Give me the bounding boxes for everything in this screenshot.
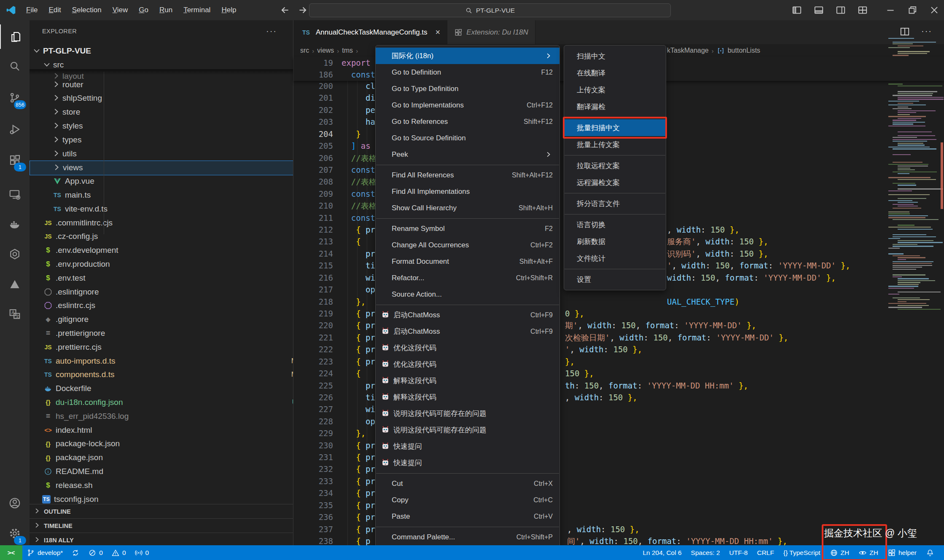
menu-item-语言切换[interactable]: 语言切换 [564, 216, 666, 233]
menu-item-Show-Call-Hierarchy[interactable]: Show Call HierarchyShift+Alt+H [376, 200, 559, 216]
menu-item-翻译漏检[interactable]: 翻译漏检 [564, 98, 666, 115]
code-line-214[interactable]: pr [366, 248, 375, 260]
menu-item-解释这段代码[interactable]: 解释这段代码 [376, 372, 559, 389]
tree-item--env-development[interactable]: $.env.development [30, 244, 293, 257]
code-line-219[interactable]: { pr [356, 308, 375, 319]
section-timeline[interactable]: TIMELINE [30, 518, 293, 533]
tree-item-store[interactable]: store [30, 105, 293, 119]
section-i18n-ally[interactable]: I18N ALLY [30, 533, 293, 545]
toggle-sidebar-icon[interactable] [791, 5, 802, 16]
menu-item-启动ChatMoss[interactable]: 启动ChatMossCtrl+F9 [376, 307, 559, 323]
tree-item-main-ts[interactable]: TSmain.ts [30, 188, 293, 202]
menu-item-Go-to-References[interactable]: Go to ReferencesShift+F12 [376, 113, 559, 130]
menu-item-Find-All-References[interactable]: Find All ReferencesShift+Alt+F12 [376, 167, 559, 183]
breadcrumb-trail[interactable]: kTaskManage [667, 47, 709, 54]
tree-item-types[interactable]: types [30, 133, 293, 147]
tab-annualchecktaskmanageconfig-ts[interactable]: TSAnnualCheckTaskManageConfig.ts× [293, 20, 447, 44]
code-line-216[interactable]: wi [366, 272, 375, 284]
titlebar-menu-file[interactable]: File [21, 6, 43, 14]
tree-item-vite-env-d-ts[interactable]: TSvite-env.d.ts [30, 202, 293, 216]
menu-item-Copy[interactable]: CopyCtrl+C [376, 492, 559, 508]
menu-item-拆分语言文件[interactable]: 拆分语言文件 [564, 195, 666, 212]
tree-item-views[interactable]: views [30, 161, 293, 175]
tree-item-release-sh[interactable]: $release.sh [30, 478, 293, 492]
code-line-212[interactable]: { pr [356, 224, 375, 236]
activity-chatgpt[interactable] [0, 242, 30, 266]
code-line-237[interactable]: { pr [356, 523, 375, 535]
tree-item-dockerfile[interactable]: Dockerfile [30, 382, 293, 396]
tree-item--env-production[interactable]: $.env.production [30, 257, 293, 271]
close-tab-icon[interactable]: × [436, 27, 441, 37]
titlebar-menu-terminal[interactable]: Terminal [178, 6, 216, 14]
status-warnings[interactable]: 0 [107, 545, 130, 560]
nav-back-icon[interactable] [280, 5, 290, 16]
breadcrumb-item[interactable]: views [317, 47, 334, 54]
tree-item-shlpsetting[interactable]: shlpSetting [30, 91, 293, 105]
menu-item-刷新数据[interactable]: 刷新数据 [564, 233, 666, 250]
code-line-215[interactable]: ti [366, 260, 375, 271]
code-line-202[interactable]: pe [366, 104, 375, 116]
toggle-secondary-sidebar-icon[interactable] [835, 5, 846, 16]
tree-item-package-lock-json[interactable]: {}package-lock.json [30, 437, 293, 451]
menu-item-Paste[interactable]: PasteCtrl+V [376, 508, 559, 525]
status-indentation[interactable]: Spaces: 2 [686, 545, 725, 560]
menu-item-Rename-Symbol[interactable]: Rename SymbolF2 [376, 220, 559, 237]
code-line-225[interactable]: pr [366, 380, 375, 391]
tree-item-readme-md[interactable]: README.md [30, 464, 293, 478]
activity-accounts[interactable] [0, 491, 30, 515]
titlebar-menu-edit[interactable]: Edit [43, 6, 66, 14]
sticky-line-186[interactable]: const [351, 69, 375, 80]
tree-item-du-i18n-config-json[interactable]: {}du-i18n.config.jsonU [30, 395, 293, 409]
status-i18n-preview[interactable]: ZH [854, 545, 883, 560]
code-line-204[interactable]: } [356, 128, 360, 140]
code-line-217[interactable]: op [366, 284, 375, 295]
activity-explorer[interactable] [0, 24, 30, 49]
remote-indicator[interactable]: >< [0, 545, 22, 560]
menu-item-Refactor-[interactable]: Refactor...Ctrl+Shift+R [376, 270, 559, 286]
tree-item-pt-glp-vue[interactable]: PT-GLP-VUE [30, 44, 293, 58]
status-language-mode[interactable]: {} TypeScript [779, 545, 825, 560]
status-sync-changes[interactable] [67, 545, 84, 560]
menu-item-国际化-i18n-[interactable]: 国际化 (i18n) [376, 48, 559, 64]
menu-item-Source-Action-[interactable]: Source Action... [376, 286, 559, 303]
menu-item-在线翻译[interactable]: 在线翻译 [564, 64, 666, 81]
status-cursor-position[interactable]: Ln 204, Col 6 [638, 545, 686, 560]
code-line-226[interactable]: ti [366, 391, 375, 403]
status-git-branch[interactable]: develop* [22, 545, 67, 560]
command-center-search[interactable]: PT-GLP-VUE [309, 3, 671, 17]
activity-ai-triangle[interactable] [0, 272, 30, 296]
tree-item-router[interactable]: router [30, 78, 293, 91]
menu-item-说明这段代码可能存在的问题[interactable]: 说明这段代码可能存在的问题 [376, 405, 559, 422]
activity-run-and-debug[interactable] [0, 117, 30, 142]
code-line-220[interactable]: { pr [356, 319, 375, 331]
tree-item-index-html[interactable]: <>index.html [30, 423, 293, 437]
nav-forward-icon[interactable] [297, 5, 308, 16]
toggle-panel-icon[interactable] [813, 5, 824, 16]
tree-item-auto-imports-d-ts[interactable]: TSauto-imports.d.tsM [30, 354, 293, 368]
code-line-206[interactable]: //表格 [351, 152, 377, 164]
menu-item-说明这段代码可能存在的问题[interactable]: 说明这段代码可能存在的问题 [376, 422, 559, 438]
tab-extension-du-i18n[interactable]: Extension: Du I18N [447, 20, 535, 44]
menu-item-文件统计[interactable]: 文件统计 [564, 250, 666, 267]
code-line-233[interactable]: { pr [356, 475, 375, 487]
tree-item--cz-config-js[interactable]: JS.cz-config.js [30, 230, 293, 244]
tree-item--env-test[interactable]: $.env.test [30, 271, 293, 285]
menu-item-Go-to-Source-Definition[interactable]: Go to Source Definition [376, 130, 559, 146]
code-line-221[interactable]: { pr [356, 332, 375, 343]
status-helper-extension[interactable]: helper [883, 545, 921, 560]
tree-item--eslintignore[interactable]: .eslintignore [30, 285, 293, 299]
code-line-230[interactable]: { pr [356, 439, 375, 451]
code-line-211[interactable]: const [351, 212, 375, 224]
menu-item-Go-to-Type-Definition[interactable]: Go to Type Definition [376, 80, 559, 97]
tree-item-package-json[interactable]: {}package.json [30, 451, 293, 465]
tree-item--gitignore[interactable]: ◆.gitignore [30, 313, 293, 327]
code-line-229[interactable]: }, [356, 427, 366, 439]
menu-item-快速提问[interactable]: 快速提问 [376, 438, 559, 455]
activity-settings[interactable]: 1 [0, 521, 30, 546]
menu-item-Cut[interactable]: CutCtrl+X [376, 475, 559, 492]
code-line-223[interactable]: { pr [356, 356, 375, 367]
menu-item-Find-All-Implementations[interactable]: Find All Implementations [376, 183, 559, 200]
code-line-200[interactable]: cl [366, 80, 375, 92]
titlebar-menu-help[interactable]: Help [216, 6, 242, 14]
menu-item-解释这段代码[interactable]: 解释这段代码 [376, 389, 559, 405]
